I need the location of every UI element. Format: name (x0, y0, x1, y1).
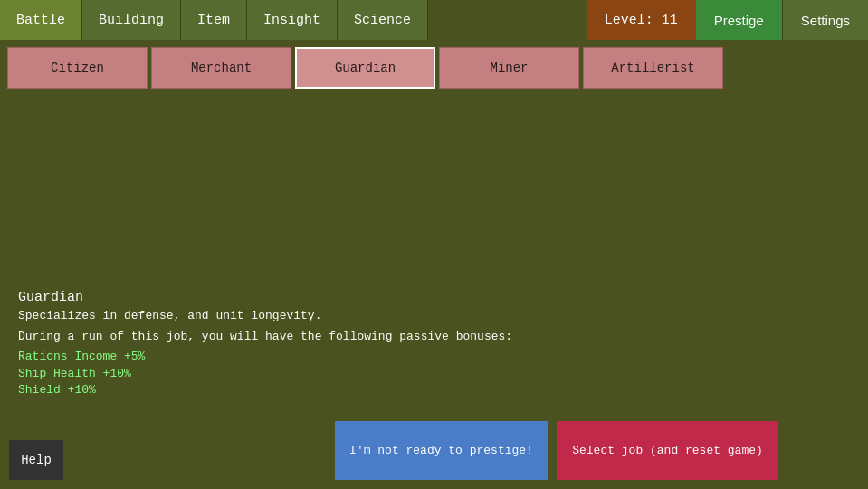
top-navigation: Battle Building Item Insight Science Lev… (0, 0, 868, 40)
job-card-merchant[interactable]: Merchant (151, 47, 291, 89)
job-card-guardian[interactable]: Guardian (295, 47, 435, 89)
tab-science[interactable]: Science (338, 0, 428, 40)
tab-battle[interactable]: Battle (0, 0, 82, 40)
bonus-line-3: Shield +10% (18, 382, 850, 398)
passive-bonus-header: During a run of this job, you will have … (18, 330, 850, 343)
job-card-citizen[interactable]: Citizen (7, 47, 148, 89)
job-card-miner[interactable]: Miner (439, 47, 579, 89)
select-job-button[interactable]: Select job (and reset game) (557, 421, 778, 480)
job-description: Specializes in defense, and unit longevi… (18, 309, 850, 322)
bottom-buttons: I'm not ready to prestige! Select job (a… (335, 421, 778, 480)
description-area: Guardian Specializes in defense, and uni… (0, 281, 868, 408)
job-title: Guardian (18, 290, 850, 305)
help-button[interactable]: Help (9, 440, 63, 480)
tab-item[interactable]: Item (181, 0, 247, 40)
tab-building[interactable]: Building (82, 0, 181, 40)
bonus-line-2: Ship Health +10% (18, 366, 850, 382)
settings-button[interactable]: Settings (782, 0, 868, 40)
tab-insight[interactable]: Insight (247, 0, 338, 40)
not-ready-button[interactable]: I'm not ready to prestige! (335, 421, 548, 480)
level-display: Level: 11 (587, 0, 696, 40)
bonus-line-1: Rations Income +5% (18, 349, 850, 365)
prestige-button[interactable]: Prestige (696, 0, 782, 40)
job-card-artillerist[interactable]: Artillerist (583, 47, 723, 89)
job-cards-row: Citizen Merchant Guardian Miner Artiller… (0, 40, 868, 96)
